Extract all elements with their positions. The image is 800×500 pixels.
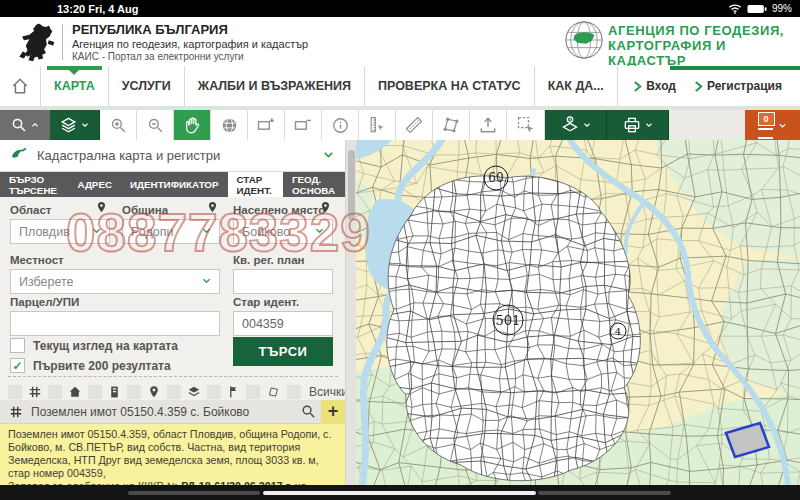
flag-icon [227, 385, 240, 399]
globe-icon [220, 116, 239, 135]
filter-checkbox[interactable] [167, 385, 181, 399]
nav-item-karta[interactable]: КАРТА [41, 66, 109, 106]
home-button[interactable] [0, 66, 41, 106]
register-label: Регистрация [707, 79, 782, 93]
layer-visibility-button[interactable] [545, 110, 607, 140]
map-viewport[interactable]: 60 501 4 [356, 140, 800, 485]
header-divider [62, 24, 63, 60]
agency-logo-line1: АГЕНЦИЯ ПО ГЕОДЕЗИЯ, [608, 23, 800, 38]
parcel-description: Поземлен имот 05150.4.359, област Пловди… [8, 428, 331, 479]
zoom-to-result-icon[interactable] [300, 403, 317, 420]
zoom-rect-out-button[interactable] [285, 110, 322, 140]
star-ident-label: Стар идент. [233, 296, 299, 308]
star-ident-input[interactable] [233, 311, 333, 336]
layer-info-icon [560, 115, 580, 135]
print-button[interactable] [607, 110, 669, 140]
tab-star-ident[interactable]: СТАР ИДЕНТ. [228, 172, 283, 197]
printer-icon [622, 115, 642, 135]
search-icon [10, 116, 28, 134]
tab-identifikator[interactable]: ИДЕНТИФИКАТОР [121, 172, 228, 197]
filter-checkbox[interactable] [48, 385, 62, 399]
zoom-in-button[interactable] [100, 110, 137, 140]
result-row[interactable]: Поземлен имот 05150.4.359 с. Бойково + [0, 400, 345, 424]
info-icon [331, 116, 350, 135]
nav-item-zhalbi[interactable]: ЖАЛБИ И ВЪЗРАЖЕНИЯ [185, 66, 365, 106]
search-tool-button[interactable] [0, 110, 50, 140]
kvreg-input[interactable] [233, 269, 333, 294]
main-nav: КАРТА УСЛУГИ ЖАЛБИ И ВЪЗРАЖЕНИЯ ПРОВЕРКА… [0, 66, 800, 110]
checkbox-unchecked[interactable] [10, 338, 25, 353]
orders-cart-button[interactable]: 0 [745, 110, 800, 140]
zoom-rect-in-button[interactable] [248, 110, 285, 140]
chevron-down-icon [582, 120, 592, 130]
tab-adres[interactable]: АДРЕС [68, 172, 121, 197]
search-panel: Кадастрална карта и регистри БЪРЗО ТЪРСЕ… [0, 140, 345, 485]
add-result-button[interactable]: + [321, 400, 345, 424]
layers-tool-button[interactable] [50, 110, 100, 140]
filter-checkbox[interactable] [88, 385, 102, 399]
rectangle-plus-icon [256, 115, 276, 135]
scrollbar-thumb[interactable] [263, 491, 536, 495]
register-link[interactable]: Регистрация [694, 79, 782, 93]
filter-checkbox[interactable] [207, 385, 221, 399]
obshtina-select[interactable]: Родопи [122, 219, 220, 244]
agency-logo-line2: КАРТОГРАФИЯ И КАДАСТЪР [608, 38, 800, 68]
identify-info-button[interactable] [322, 110, 359, 140]
chevron-right-icon [694, 81, 703, 92]
location-pin-icon [95, 200, 108, 219]
obshtina-label: Община [122, 204, 168, 216]
oblast-select[interactable]: Пловдив [10, 219, 110, 244]
tab-barzo-tarsene[interactable]: БЪРЗО ТЪРСЕНЕ [0, 172, 68, 197]
chevron-down-icon [201, 225, 212, 239]
parcel-grid-icon [28, 385, 42, 399]
mestnost-select[interactable]: Изберете [10, 269, 220, 294]
wifi-icon [728, 0, 742, 18]
location-pin-icon [206, 200, 219, 219]
filter-checkbox[interactable] [8, 385, 22, 399]
measure-area-button[interactable] [433, 110, 470, 140]
filter-checkbox[interactable] [287, 385, 301, 399]
oblast-value: Пловдив [19, 225, 70, 239]
nav-item-uslugi[interactable]: УСЛУГИ [109, 66, 185, 106]
first200-label: Първите 200 резултата [33, 359, 171, 373]
panel-scrollbar-thumb[interactable] [348, 150, 355, 220]
battery-percent: 99% [772, 3, 792, 14]
login-link[interactable]: Вход [633, 79, 676, 93]
nav-item-proverka[interactable]: ПРОВЕРКА НА СТАТУС [365, 66, 535, 106]
tab-geod-osnova[interactable]: ГЕОД. ОСНОВА [283, 172, 345, 197]
nav-item-label: ПРОВЕРКА НА СТАТУС [378, 79, 521, 93]
pan-tool-button[interactable] [174, 110, 211, 140]
measure-distance-button[interactable] [396, 110, 433, 140]
chevron-up-icon [30, 120, 40, 130]
nav-item-label: ЖАЛБИ И ВЪЗРАЖЕНИЯ [198, 79, 351, 93]
zone-label-4: 4 [615, 326, 621, 337]
select-region-button[interactable] [507, 110, 545, 140]
panel-scrollbar[interactable] [345, 140, 356, 485]
filter-checkbox[interactable] [246, 385, 260, 399]
map-scale-button[interactable] [359, 110, 396, 140]
checkbox-checked[interactable]: ✓ [10, 358, 25, 373]
nav-item-kak-da[interactable]: КАК ДА... [535, 66, 618, 106]
parcel-field-wrap [10, 311, 220, 336]
header-green-accent [670, 66, 800, 70]
chevron-down-icon [314, 225, 325, 239]
export-upload-button[interactable] [470, 110, 507, 140]
zoom-out-icon [146, 116, 165, 135]
kais-logo-icon [10, 146, 27, 165]
agency-logo-text: АГЕНЦИЯ ПО ГЕОДЕЗИЯ, КАРТОГРАФИЯ И КАДАС… [608, 23, 800, 68]
search-button[interactable]: ТЪРСИ [233, 337, 333, 366]
parcel-input[interactable] [10, 311, 220, 336]
nav-item-label: УСЛУГИ [122, 79, 171, 93]
zoom-out-button[interactable] [137, 110, 174, 140]
map-svg[interactable]: 60 501 4 [356, 140, 800, 485]
result-title: Поземлен имот 05150.4.359 с. Бойково [31, 405, 249, 419]
map-layer-select[interactable]: Кадастрална карта и регистри [0, 140, 345, 172]
status-bar: 13:20 Fri, 4 Aug 99% [0, 0, 800, 17]
agency-subtitle: Агенция по геодезия, картография и кадас… [72, 38, 308, 50]
naseleno-select[interactable]: Бойково [233, 219, 333, 244]
bottom-scrollbar[interactable] [0, 485, 800, 500]
current-view-checkbox-row[interactable]: Текущ изглед на картата [10, 338, 178, 353]
filter-checkbox[interactable] [127, 385, 141, 399]
globe-extent-button[interactable] [211, 110, 248, 140]
first200-checkbox-row[interactable]: ✓ Първите 200 резултата [10, 358, 171, 373]
